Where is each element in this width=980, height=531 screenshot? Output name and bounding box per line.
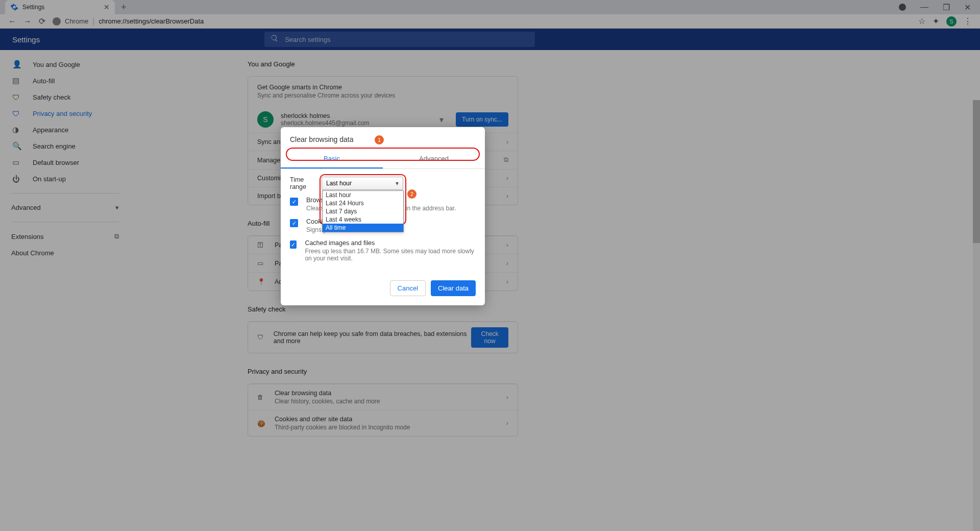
dropdown-option-last-24-hours[interactable]: Last 24 Hours bbox=[323, 199, 403, 207]
time-range-select[interactable]: Last hour Last hour Last 24 Hours Last 7… bbox=[322, 177, 403, 190]
dropdown-option-last-hour[interactable]: Last hour bbox=[323, 191, 403, 199]
dropdown-option-last-4-weeks[interactable]: Last 4 weeks bbox=[323, 215, 403, 224]
time-range-label: Time range bbox=[290, 176, 322, 190]
dialog-actions: Cancel Clear data bbox=[281, 273, 485, 305]
checkbox-icon[interactable]: ✓ bbox=[290, 219, 298, 227]
check-cached[interactable]: ✓ Cached images and files Frees up less … bbox=[290, 239, 476, 262]
tab-advanced[interactable]: Advanced bbox=[383, 150, 485, 168]
clear-data-button[interactable]: Clear data bbox=[431, 280, 476, 296]
check-title: Cached images and files bbox=[305, 239, 476, 247]
time-range-dropdown: Last hour Last 24 Hours Last 7 days Last… bbox=[322, 190, 404, 232]
dropdown-option-last-7-days[interactable]: Last 7 days bbox=[323, 207, 403, 215]
check-subtitle: Frees up less than 16.7 MB. Some sites m… bbox=[305, 248, 476, 262]
dropdown-option-all-time[interactable]: All time bbox=[323, 224, 403, 232]
tab-basic[interactable]: Basic bbox=[281, 150, 383, 168]
time-range-value: Last hour bbox=[326, 180, 352, 187]
modal-overlay bbox=[0, 0, 980, 531]
dialog-tabs: Basic Advanced bbox=[281, 150, 485, 169]
annotation-badge-1: 1 bbox=[375, 135, 384, 144]
checkbox-icon[interactable]: ✓ bbox=[290, 198, 298, 206]
time-range-row: Time range Last hour Last hour Last 24 H… bbox=[290, 176, 476, 190]
annotation-badge-2: 2 bbox=[407, 189, 416, 199]
clear-browsing-data-dialog: Clear browsing data 1 Basic Advanced Tim… bbox=[281, 127, 485, 305]
cancel-button[interactable]: Cancel bbox=[390, 280, 426, 296]
checkbox-icon[interactable]: ✓ bbox=[290, 240, 297, 249]
